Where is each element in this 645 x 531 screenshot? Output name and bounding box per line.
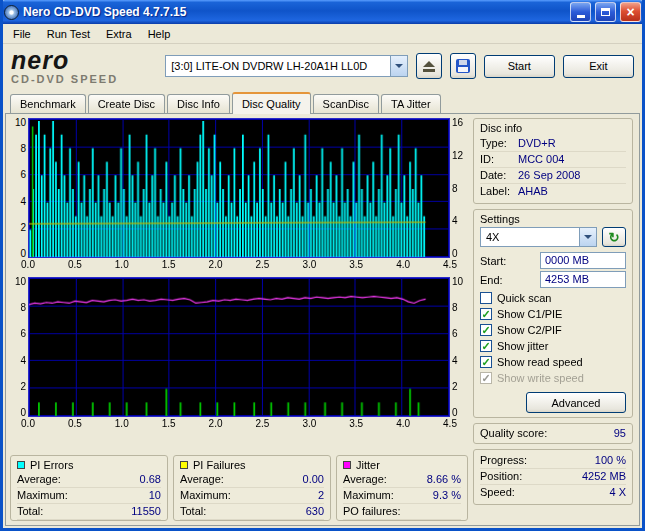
axis-tick: 4.5 [443,259,457,270]
axis-tick: 4.0 [396,259,410,270]
stat-row-maximum: Maximum:2 [180,488,324,504]
window-title: Nero CD-DVD Speed 4.7.7.15 [23,5,566,19]
stat-row-average: Average:0.00 [180,472,324,488]
maximize-button[interactable] [595,2,616,22]
stats-header: Jitter [343,459,461,471]
axis-tick: 0 [452,408,468,417]
checkbox-icon: ✓ [480,372,492,384]
axis-tick: 8 [452,303,468,312]
tab-benchmark[interactable]: Benchmark [10,94,86,113]
disc-info-label: Date: [480,169,518,181]
disc-info-value: DVD+R [518,137,556,149]
checkbox-icon [480,292,492,304]
checkbox-show-c1-pie[interactable]: ✓Show C1/PIE [480,306,626,322]
scan-speed-select[interactable]: 4X [480,227,597,247]
tab-scandisc[interactable]: ScanDisc [313,94,379,113]
stat-value: 2 [318,488,324,502]
checkbox-quick-scan[interactable]: Quick scan [480,290,626,306]
menu-bar: FileRun TestExtraHelp [3,24,642,44]
quality-score-group: Quality score: 95 [473,423,633,444]
checkbox-show-read-speed[interactable]: ✓Show read speed [480,354,626,370]
checkbox-show-jitter[interactable]: ✓Show jitter [480,338,626,354]
stat-value: 9.3 % [433,488,461,502]
checkbox-icon: ✓ [480,340,492,352]
save-icon [456,59,470,73]
tab-disc-info[interactable]: Disc Info [167,94,230,113]
axis-tick: 3.5 [349,418,363,429]
scan-speed-dropdown-button[interactable] [579,228,596,246]
tab-create-disc[interactable]: Create Disc [88,94,165,113]
checkbox-label: Show jitter [497,340,548,352]
stat-value: 10 [149,488,161,502]
stat-value: 11550 [131,504,161,518]
save-button[interactable] [450,53,476,79]
end-field-label: End: [480,274,503,286]
stat-row-average: Average:0.68 [17,472,161,488]
axis-tick: 8 [10,144,26,153]
axis-tick: 10 [10,277,26,286]
checkbox-label: Show C1/PIE [497,308,562,320]
progress-row-progress: Progress:100 % [480,453,626,469]
checkbox-icon: ✓ [480,356,492,368]
disc-quality-page: 1086420 1612840 0.00.51.01.52.02.53.03.5… [5,113,640,526]
minimize-button[interactable] [570,2,591,22]
jitter-color-swatch [343,461,351,469]
axis-tick: 0.5 [68,418,82,429]
axis-tick: 2 [452,382,468,391]
menu-extra[interactable]: Extra [98,26,140,42]
axis-tick: 6 [10,170,26,179]
tab-ta-jitter[interactable]: TA Jitter [381,94,441,113]
end-position-field[interactable]: 4253 MB [540,271,626,288]
maximize-icon [601,8,610,16]
progress-group: Progress:100 %Position:4252 MBSpeed:4 X [473,449,633,505]
menu-help[interactable]: Help [140,26,179,42]
tab-disc-quality[interactable]: Disc Quality [232,92,311,114]
settings-group: Settings 4X ↻ Start: 0000 MB End: [473,209,633,418]
refresh-button[interactable]: ↻ [602,227,626,247]
axis-tick: 0.0 [21,418,35,429]
stat-value: 0.00 [303,472,324,486]
chevron-down-icon [395,64,403,68]
minimize-icon [577,15,585,18]
quality-score-label: Quality score: [480,427,547,439]
axis-tick: 4.5 [443,418,457,429]
stats-row: PI ErrorsAverage:0.68Maximum:10Total:115… [10,455,468,521]
axis-tick: 2 [10,223,26,232]
menu-run-test[interactable]: Run Test [39,26,98,42]
stats-pi-errors: PI ErrorsAverage:0.68Maximum:10Total:115… [10,455,168,521]
exit-button[interactable]: Exit [563,55,634,78]
checkbox-label: Show read speed [497,356,583,368]
stat-label: Average: [180,472,224,486]
drive-select[interactable]: [3:0] LITE-ON DVDRW LH-20A1H LL0D [165,55,408,77]
settings-checkboxes: Quick scan✓Show C1/PIE✓Show C2/PIF✓Show … [480,290,626,386]
start-button[interactable]: Start [484,55,555,78]
toolbar: nero CD-DVD SPEED [3:0] LITE-ON DVDRW LH… [3,44,642,90]
checkbox-icon: ✓ [480,324,492,336]
axis-tick: 12 [452,151,468,160]
progress-value: 4252 MB [582,470,626,482]
nero-product-text: CD-DVD SPEED [11,74,157,85]
stats-pi-failures: PI FailuresAverage:0.00Maximum:2Total:63… [173,455,331,521]
axis-tick: 1.0 [115,259,129,270]
app-icon [4,5,19,20]
menu-file[interactable]: File [5,26,39,42]
scan-speed-value: 4X [481,231,579,243]
pi-failures-color-swatch [180,461,188,469]
axis-tick: 4 [10,197,26,206]
pi-errors-color-swatch [17,461,25,469]
close-button[interactable]: × [620,2,641,22]
stat-label: Average: [343,472,387,486]
drive-select-value: [3:0] LITE-ON DVDRW LH-20A1H LL0D [166,60,390,72]
disc-info-label: Label: [480,185,518,197]
checkbox-show-c2-pif[interactable]: ✓Show C2/PIF [480,322,626,338]
pif-chart-left-axis: 1086420 [10,277,28,417]
eject-button[interactable] [416,53,442,79]
drive-select-dropdown-button[interactable] [390,56,407,76]
progress-rows: Progress:100 %Position:4252 MBSpeed:4 X [480,453,626,500]
checkbox-show-write-speed[interactable]: ✓Show write speed [480,370,626,386]
advanced-button[interactable]: Advanced [526,392,626,413]
side-panel: Disc info Type:DVD+RID:MCC 004Date:26 Se… [473,118,633,521]
axis-tick: 2.0 [209,418,223,429]
pif-jitter-chart-block: 1086420 1086420 0.00.51.01.52.02.53.03.5… [10,277,468,430]
start-position-field[interactable]: 0000 MB [540,252,626,269]
